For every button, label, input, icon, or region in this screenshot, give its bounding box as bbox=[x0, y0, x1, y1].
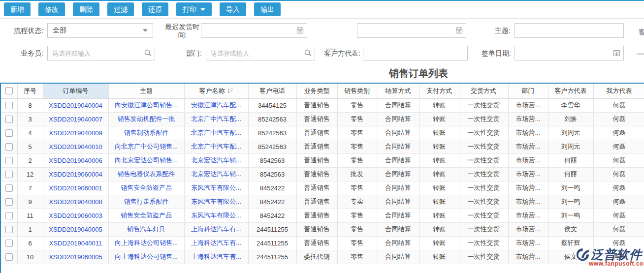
toolbar-button-export[interactable]: 输出 bbox=[254, 2, 281, 16]
cell-order-number[interactable]: XSDD2019040004 bbox=[43, 98, 108, 112]
column-header-label: 客户名称 bbox=[199, 87, 225, 95]
toolbar-button-import[interactable]: 导入 bbox=[220, 2, 246, 16]
cell-customer-name[interactable]: 东风汽车有限公... bbox=[184, 195, 248, 209]
cell-subject[interactable]: 向上海科达公司销售... bbox=[108, 236, 184, 250]
cell-order-number[interactable]: XSDD2019060001 bbox=[43, 181, 108, 195]
cell-subject[interactable]: 销售行走系配件 bbox=[108, 195, 184, 209]
latest-delivery-from-input[interactable] bbox=[201, 23, 307, 38]
cell-customer-name[interactable]: 上海科达汽车有... bbox=[184, 222, 248, 236]
row-checkbox[interactable] bbox=[5, 129, 13, 137]
row-checkbox[interactable] bbox=[5, 198, 13, 206]
cell-order-number[interactable]: XSDD2019040007 bbox=[43, 112, 108, 126]
column-header-department[interactable]: 部门 bbox=[508, 84, 548, 98]
cell-customer-name[interactable]: 北京广中汽车配... bbox=[184, 140, 248, 153]
column-header-our-rep[interactable]: 我方代表 bbox=[593, 84, 644, 98]
cell-order-number[interactable]: XSDD2019040010 bbox=[43, 140, 108, 153]
cell-order-number[interactable]: XSDD2019060005 bbox=[43, 250, 108, 264]
cell-customer-name[interactable]: 安徽江津汽车配... bbox=[184, 98, 248, 112]
search-icon[interactable] bbox=[144, 49, 152, 59]
toolbar-button-restore[interactable]: 还原 bbox=[142, 2, 168, 16]
column-header-order-number[interactable]: 订单编号 bbox=[43, 84, 108, 98]
cell-delivery-method: 一次性交货 bbox=[459, 167, 508, 181]
cell-order-number[interactable]: XSDD2019040005 bbox=[43, 222, 108, 236]
search-icon[interactable] bbox=[304, 49, 312, 59]
column-header-customer-name[interactable]: 客户名称 bbox=[184, 84, 248, 98]
row-checkbox[interactable] bbox=[5, 212, 13, 219]
column-header-business-type[interactable]: 业务类型 bbox=[296, 84, 337, 98]
cell-order-number[interactable]: XSDD2019040009 bbox=[43, 126, 108, 140]
cell-our-rep: 何磊 bbox=[593, 140, 644, 153]
row-checkbox[interactable] bbox=[5, 102, 13, 109]
cell-customer-name[interactable]: 北京宏达汽车销... bbox=[184, 153, 248, 167]
cell-order-number[interactable]: XSDD2019040011 bbox=[43, 236, 108, 250]
column-header-sales-category[interactable]: 销售类别 bbox=[337, 84, 377, 98]
cell-subject[interactable]: 销售安全防盗产品 bbox=[108, 209, 184, 222]
cell-customer-name[interactable]: 上海科达汽车有... bbox=[184, 236, 248, 250]
sales-order-table: 序号订单编号主题客户名称客户电话业务类型销售类别结算方式支付方式交货方式部门客户… bbox=[0, 83, 644, 273]
cell-serial-number: 5 bbox=[17, 140, 43, 153]
cell-customer-name[interactable]: 东风汽车有限公... bbox=[184, 209, 248, 222]
cell-subject[interactable]: 销售安全防盗产品 bbox=[108, 181, 184, 195]
column-header-subject[interactable]: 主题 bbox=[108, 84, 184, 98]
toolbar-button-edit[interactable]: 修改 bbox=[38, 2, 65, 16]
cell-subject[interactable]: 销售电器仪表系配件 bbox=[108, 167, 184, 181]
column-header-delivery-method[interactable]: 交货方式 bbox=[459, 84, 508, 98]
row-checkbox[interactable] bbox=[5, 116, 13, 123]
row-checkbox[interactable] bbox=[5, 184, 13, 192]
cell-customer-name[interactable]: 东风汽车有限公... bbox=[184, 181, 248, 195]
cell-order-number[interactable]: XSDD2019040006 bbox=[43, 153, 108, 167]
cell-customer-rep: 侯文 bbox=[548, 250, 593, 264]
cell-sales-category: 零售 bbox=[337, 112, 377, 126]
toolbar-button-label: 删除 bbox=[79, 2, 93, 16]
toolbar-button-add[interactable]: 新增 bbox=[4, 2, 31, 16]
row-checkbox[interactable] bbox=[5, 240, 13, 247]
sign-date-input[interactable] bbox=[515, 46, 624, 61]
column-header-payment-method[interactable]: 支付方式 bbox=[419, 84, 459, 98]
cell-subject[interactable]: 向上海科达公司销售... bbox=[108, 250, 184, 264]
cell-order-number[interactable]: XSDD2019040008 bbox=[43, 195, 108, 209]
column-header-customer-rep[interactable]: 客户方代表 bbox=[548, 84, 593, 98]
page-title: 销售订单列表 bbox=[389, 67, 448, 80]
toolbar-button-label: 输出 bbox=[260, 2, 274, 16]
cell-customer-name[interactable]: 上海科达汽车有... bbox=[184, 250, 248, 264]
salesperson-input[interactable] bbox=[47, 46, 155, 61]
department-input[interactable] bbox=[206, 46, 315, 61]
cell-order-number[interactable]: XSDD2019060004 bbox=[43, 167, 108, 181]
row-checkbox[interactable] bbox=[5, 253, 13, 261]
row-checkbox[interactable] bbox=[5, 171, 13, 178]
calendar-icon[interactable] bbox=[613, 49, 620, 59]
cell-serial-number: 3 bbox=[17, 112, 43, 126]
row-checkbox[interactable] bbox=[5, 143, 13, 151]
cell-subject[interactable]: 向北京广中公司销售... bbox=[108, 140, 184, 153]
cell-subject[interactable]: 向北京宏达公司销售... bbox=[108, 153, 184, 167]
cell-business-type: 普通销售 bbox=[296, 126, 337, 140]
row-checkbox[interactable] bbox=[5, 226, 13, 233]
toolbar-button-filter[interactable]: 过滤 bbox=[107, 2, 134, 16]
cell-subject[interactable]: 销售发动机配件一批 bbox=[108, 112, 184, 126]
calendar-icon[interactable] bbox=[455, 27, 463, 36]
cell-subject[interactable]: 销售制动系配件 bbox=[108, 126, 184, 140]
subject-label: 主题: bbox=[480, 27, 511, 35]
column-header-serial-number[interactable]: 序号 bbox=[17, 84, 43, 98]
cell-customer-name[interactable]: 北京广中汽车配... bbox=[184, 126, 248, 140]
cell-customer-rep: 侯文 bbox=[548, 222, 593, 236]
row-checkbox[interactable] bbox=[5, 157, 13, 164]
sort-icon bbox=[227, 88, 233, 93]
cell-department: 市场营... bbox=[508, 98, 548, 112]
cell-subject[interactable]: 向安徽江津公司销售... bbox=[108, 98, 184, 112]
cell-customer-name[interactable]: 北京宏达汽车销... bbox=[184, 167, 248, 181]
toolbar-button-print[interactable]: 打印 bbox=[176, 2, 212, 16]
subject-input[interactable] bbox=[515, 23, 624, 38]
cell-our-rep: 何磊 bbox=[593, 209, 644, 222]
column-header-customer-phone[interactable]: 客户电话 bbox=[248, 84, 296, 98]
cell-subject[interactable]: 销售汽车灯具 bbox=[108, 222, 184, 236]
calendar-icon[interactable] bbox=[296, 27, 304, 36]
customer-rep-input[interactable] bbox=[363, 46, 468, 61]
select-all-checkbox[interactable] bbox=[5, 87, 13, 94]
cell-customer-name[interactable]: 北京广中汽车配... bbox=[184, 112, 248, 126]
toolbar-button-delete[interactable]: 删除 bbox=[73, 2, 99, 16]
column-header-settlement-method[interactable]: 结算方式 bbox=[377, 84, 419, 98]
cell-order-number[interactable]: XSDD2019060003 bbox=[43, 209, 108, 222]
latest-delivery-to-input[interactable] bbox=[357, 23, 466, 38]
process-status-select[interactable]: 全部 bbox=[47, 23, 153, 38]
